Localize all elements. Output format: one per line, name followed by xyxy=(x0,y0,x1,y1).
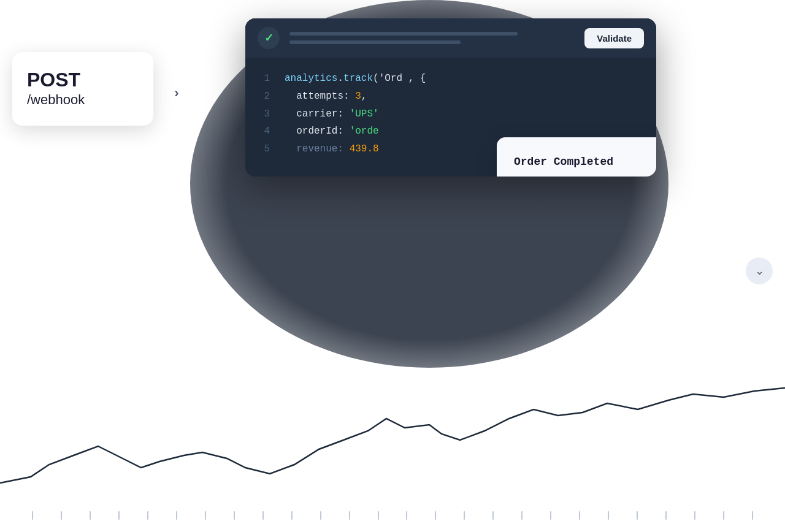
tick-mark xyxy=(61,511,62,520)
line-number-1: 1 xyxy=(260,70,270,88)
tick-mark xyxy=(147,511,148,520)
tick-mark xyxy=(205,511,206,520)
chart-line xyxy=(0,388,785,483)
tick-mark xyxy=(579,511,580,520)
tick-mark xyxy=(176,511,177,520)
tick-mark xyxy=(378,511,379,520)
post-webhook-card: POST /webhook xyxy=(12,52,153,126)
line-number-5: 5 xyxy=(260,140,270,158)
arrow-connector: › xyxy=(158,81,195,105)
chevron-down-icon: ⌄ xyxy=(755,264,764,278)
code-line-2: 2 attempts: 3, xyxy=(260,88,641,105)
checkmark-icon: ✓ xyxy=(264,31,274,45)
tick-mark xyxy=(492,511,494,520)
code-text-5: revenue: 439.8 xyxy=(285,140,379,158)
code-token: analytics xyxy=(285,73,337,84)
tick-mark xyxy=(665,511,667,520)
chart-container xyxy=(0,360,785,495)
tick-mark xyxy=(694,511,695,520)
tick-mark xyxy=(464,511,465,520)
tick-mark xyxy=(262,511,264,520)
tick-mark xyxy=(435,511,436,520)
toolbar-line-1 xyxy=(289,32,518,36)
tick-mark xyxy=(550,511,551,520)
code-line-1: 1 analytics.track('Ord , { xyxy=(260,70,641,88)
tick-mark xyxy=(90,511,91,520)
code-text-1: analytics.track('Ord , { xyxy=(285,70,426,88)
dropdown-item-order-completed[interactable]: Order Completed xyxy=(502,142,656,177)
code-editor-panel: ✓ Validate 1 analytics.track('Ord , { 2 … xyxy=(245,18,656,177)
http-method: POST xyxy=(27,70,139,89)
editor-toolbar: ✓ Validate xyxy=(245,18,656,58)
tick-mark xyxy=(521,511,523,520)
validate-button[interactable]: Validate xyxy=(584,28,644,48)
code-line-3: 3 carrier: 'UPS' xyxy=(260,105,641,123)
code-text-4: orderId: 'orde xyxy=(285,123,379,140)
scroll-down-indicator[interactable]: ⌄ xyxy=(746,257,773,284)
code-text-3: carrier: 'UPS' xyxy=(285,105,379,123)
tick-mark xyxy=(118,511,120,520)
tick-mark xyxy=(234,511,235,520)
code-text-2: attempts: 3, xyxy=(285,88,367,105)
line-number-2: 2 xyxy=(260,88,270,105)
right-arrow-icon: › xyxy=(174,85,178,101)
tick-mark xyxy=(32,511,33,520)
line-number-3: 3 xyxy=(260,105,270,123)
tick-mark xyxy=(608,511,609,520)
webhook-path: /webhook xyxy=(27,92,139,108)
line-number-4: 4 xyxy=(260,123,270,140)
tick-mark xyxy=(723,511,724,520)
autocomplete-dropdown: Order Completed Order Updated Order Canc… xyxy=(497,137,656,177)
code-content: 1 analytics.track('Ord , { 2 attempts: 3… xyxy=(245,58,656,177)
line-chart xyxy=(0,360,785,495)
chart-tick-marks xyxy=(0,511,785,520)
tick-mark xyxy=(320,511,321,520)
toolbar-placeholder-lines xyxy=(289,32,575,44)
tick-mark xyxy=(349,511,350,520)
tick-mark xyxy=(406,511,407,520)
check-indicator: ✓ xyxy=(258,27,280,49)
toolbar-line-2 xyxy=(289,40,461,44)
tick-mark xyxy=(752,511,753,520)
tick-mark xyxy=(291,511,293,520)
tick-mark xyxy=(637,511,638,520)
